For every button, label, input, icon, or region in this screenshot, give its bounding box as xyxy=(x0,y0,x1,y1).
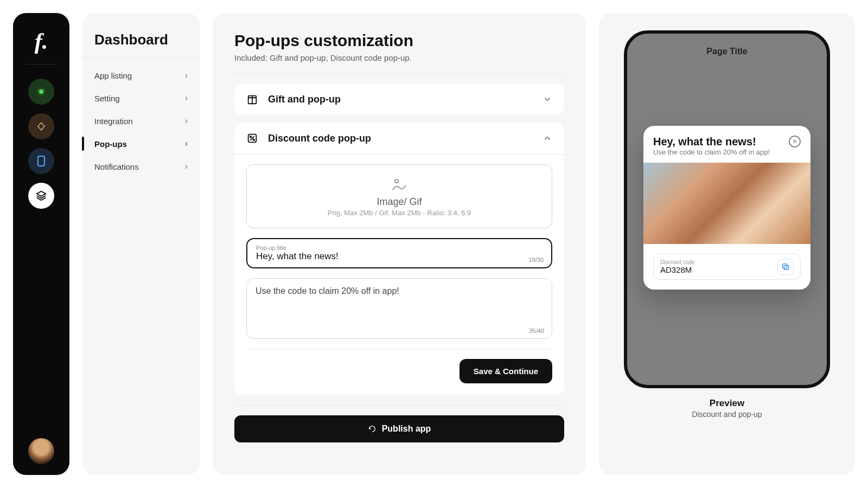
popup-title-field[interactable]: Pop-up title 19/30 xyxy=(246,238,552,268)
image-upload-icon xyxy=(247,178,552,193)
close-icon[interactable]: ✕ xyxy=(789,136,801,147)
discount-icon xyxy=(246,132,258,144)
popup-desc-field[interactable]: 35/40 xyxy=(246,278,552,339)
section-discount-header[interactable]: Discount code pop-up xyxy=(234,123,564,154)
sidebar-item-app-listing[interactable]: App listing › xyxy=(82,64,200,87)
svg-point-4 xyxy=(253,139,254,140)
diamond-icon xyxy=(36,121,46,131)
discount-code-value: AD328M xyxy=(660,265,694,274)
gift-icon xyxy=(246,93,258,105)
popup-title-input[interactable] xyxy=(256,251,542,262)
preview-popup-image xyxy=(643,163,810,244)
sidebar-item-label: Notifications xyxy=(94,162,139,171)
section-discount-label: Discount code pop-up xyxy=(268,133,533,144)
sidebar-item-integration[interactable]: Integration › xyxy=(82,110,200,132)
dropzone-subtitle: Png, Max 2Mb / Gif, Max 2Mb - Ratio: 3:4… xyxy=(247,209,552,217)
publish-app-label: Publish app xyxy=(382,424,431,434)
rail-item-alerts[interactable] xyxy=(28,79,54,105)
preview-popup-title: Hey, what the news! xyxy=(653,136,756,148)
sidebar-item-label: Pop-ups xyxy=(94,139,127,149)
section-actions: Save & Continue xyxy=(246,349,552,383)
image-dropzone[interactable]: Image/ Gif Png, Max 2Mb / Gif, Max 2Mb -… xyxy=(246,164,552,228)
svg-rect-6 xyxy=(784,265,788,269)
discount-code-box: Discount code AD328M xyxy=(653,254,801,280)
publish-app-button[interactable]: Publish app xyxy=(234,415,564,442)
preview-panel: Page Title Hey, what the news! ✕ Use the… xyxy=(599,13,855,475)
discount-code-label: Discount code xyxy=(660,259,694,265)
svg-point-3 xyxy=(250,136,252,138)
sidebar-item-label: Integration xyxy=(94,117,133,126)
save-continue-button[interactable]: Save & Continue xyxy=(459,359,552,383)
copy-icon xyxy=(781,262,790,271)
svg-point-5 xyxy=(395,179,398,183)
preview-page-title: Page Title xyxy=(627,34,827,56)
phone-icon xyxy=(37,156,45,166)
chevron-up-icon xyxy=(542,133,552,143)
page-subtitle: Included: Gift and pop-up, Discount code… xyxy=(234,53,564,74)
chevron-right-icon: › xyxy=(185,93,188,103)
sidebar: Dashboard App listing › Setting › Integr… xyxy=(82,13,200,475)
preview-popup-card: Hey, what the news! ✕ Use the code to cl… xyxy=(643,126,810,290)
popup-title-count: 19/30 xyxy=(528,256,544,263)
brand-logo: f. xyxy=(24,28,58,65)
sidebar-item-label: Setting xyxy=(94,94,120,103)
preview-popup-subtitle: Use the code to claim 20% off in app! xyxy=(653,148,801,156)
copy-code-button[interactable] xyxy=(777,259,794,275)
rail-item-theme[interactable] xyxy=(28,113,54,139)
svg-rect-0 xyxy=(38,156,44,166)
chevron-down-icon xyxy=(542,94,552,104)
sidebar-item-setting[interactable]: Setting › xyxy=(82,87,200,110)
phone-frame: Page Title Hey, what the news! ✕ Use the… xyxy=(624,30,830,388)
sidebar-item-label: App listing xyxy=(94,71,132,80)
layers-icon xyxy=(35,190,47,202)
exclamation-icon xyxy=(39,89,43,94)
preview-subtitle: Discount and pop-up xyxy=(692,410,762,419)
rail-item-mobile[interactable] xyxy=(28,148,54,174)
section-discount: Discount code pop-up Image/ Gif Png, Max… xyxy=(234,123,564,395)
section-gift: Gift and pop-up xyxy=(234,84,564,115)
preview-title: Preview xyxy=(710,398,744,409)
chevron-right-icon: › xyxy=(185,162,188,171)
section-gift-header[interactable]: Gift and pop-up xyxy=(234,84,564,115)
chevron-right-icon: › xyxy=(185,70,188,80)
sidebar-item-notifications[interactable]: Notifications › xyxy=(82,155,200,178)
popup-desc-count: 35/40 xyxy=(529,328,544,334)
dropzone-title: Image/ Gif xyxy=(247,196,552,208)
refresh-icon xyxy=(368,425,376,433)
chevron-right-icon: › xyxy=(185,116,188,126)
sidebar-title: Dashboard xyxy=(82,31,200,57)
popup-title-label: Pop-up title xyxy=(256,245,542,251)
rail-item-layers[interactable] xyxy=(28,183,54,209)
sidebar-item-popups[interactable]: Pop-ups › xyxy=(82,132,200,155)
svg-rect-7 xyxy=(783,264,787,268)
section-discount-body: Image/ Gif Png, Max 2Mb / Gif, Max 2Mb -… xyxy=(234,154,564,395)
main-panel: Pop-ups customization Included: Gift and… xyxy=(213,13,586,475)
page-title: Pop-ups customization xyxy=(234,31,564,50)
section-gift-label: Gift and pop-up xyxy=(268,94,533,105)
app-rail: f. xyxy=(13,13,69,475)
popup-desc-textarea[interactable] xyxy=(256,286,543,329)
chevron-right-icon: › xyxy=(185,139,188,149)
user-avatar[interactable] xyxy=(28,438,54,464)
